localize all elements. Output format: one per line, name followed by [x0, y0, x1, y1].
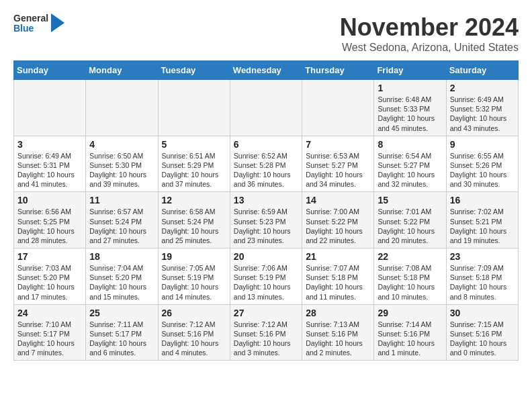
day-info: Sunrise: 7:12 AM Sunset: 5:16 PM Dayligh…: [234, 320, 298, 358]
day-number: 27: [234, 308, 298, 318]
day-number: 6: [234, 139, 298, 150]
logo: General Blue: [13, 13, 64, 34]
calendar-cell: 10Sunrise: 6:56 AM Sunset: 5:25 PM Dayli…: [14, 192, 86, 248]
header-day-monday: Monday: [86, 61, 158, 80]
day-number: 12: [162, 195, 226, 205]
calendar-header: SundayMondayTuesdayWednesdayThursdayFrid…: [14, 61, 519, 80]
week-row-1: 3Sunrise: 6:49 AM Sunset: 5:31 PM Daylig…: [14, 136, 519, 192]
day-info: Sunrise: 7:15 AM Sunset: 5:16 PM Dayligh…: [450, 320, 515, 358]
day-number: 11: [89, 195, 154, 205]
day-info: Sunrise: 6:56 AM Sunset: 5:25 PM Dayligh…: [17, 207, 82, 245]
day-number: 30: [450, 308, 515, 318]
calendar-cell: 14Sunrise: 7:00 AM Sunset: 5:22 PM Dayli…: [302, 192, 374, 248]
calendar-cell: 3Sunrise: 6:49 AM Sunset: 5:31 PM Daylig…: [14, 136, 86, 192]
calendar-cell: 2Sunrise: 6:49 AM Sunset: 5:32 PM Daylig…: [446, 80, 518, 136]
day-info: Sunrise: 6:53 AM Sunset: 5:27 PM Dayligh…: [306, 151, 370, 189]
day-number: 14: [306, 195, 370, 205]
day-info: Sunrise: 7:07 AM Sunset: 5:18 PM Dayligh…: [306, 263, 370, 302]
calendar-cell: 27Sunrise: 7:12 AM Sunset: 5:16 PM Dayli…: [230, 304, 302, 361]
day-info: Sunrise: 7:08 AM Sunset: 5:18 PM Dayligh…: [378, 263, 442, 302]
week-row-3: 17Sunrise: 7:03 AM Sunset: 5:20 PM Dayli…: [14, 248, 519, 305]
day-number: 10: [17, 195, 82, 205]
logo-blue: Blue: [13, 24, 48, 34]
day-info: Sunrise: 6:57 AM Sunset: 5:24 PM Dayligh…: [89, 207, 154, 245]
header-row: SundayMondayTuesdayWednesdayThursdayFrid…: [14, 61, 519, 80]
calendar-cell: 11Sunrise: 6:57 AM Sunset: 5:24 PM Dayli…: [86, 192, 158, 248]
calendar-cell: 20Sunrise: 7:06 AM Sunset: 5:19 PM Dayli…: [230, 248, 302, 305]
day-info: Sunrise: 7:14 AM Sunset: 5:16 PM Dayligh…: [378, 320, 442, 358]
day-info: Sunrise: 6:55 AM Sunset: 5:26 PM Dayligh…: [450, 151, 515, 189]
header-day-tuesday: Tuesday: [158, 61, 230, 80]
calendar-cell: 28Sunrise: 7:13 AM Sunset: 5:16 PM Dayli…: [302, 304, 374, 361]
calendar-cell: 21Sunrise: 7:07 AM Sunset: 5:18 PM Dayli…: [302, 248, 374, 305]
header-day-friday: Friday: [374, 61, 446, 80]
calendar-cell: 17Sunrise: 7:03 AM Sunset: 5:20 PM Dayli…: [14, 248, 86, 305]
day-number: 19: [162, 251, 226, 262]
calendar-cell: 12Sunrise: 6:58 AM Sunset: 5:24 PM Dayli…: [158, 192, 230, 248]
header-day-saturday: Saturday: [446, 61, 518, 80]
day-number: 13: [234, 195, 298, 205]
day-number: 23: [450, 251, 515, 262]
calendar-table: SundayMondayTuesdayWednesdayThursdayFrid…: [13, 60, 519, 361]
day-info: Sunrise: 7:03 AM Sunset: 5:20 PM Dayligh…: [17, 263, 82, 302]
day-info: Sunrise: 6:49 AM Sunset: 5:31 PM Dayligh…: [17, 151, 82, 189]
day-number: 25: [89, 308, 154, 318]
calendar-cell: 25Sunrise: 7:11 AM Sunset: 5:17 PM Dayli…: [86, 304, 158, 361]
calendar-cell: 18Sunrise: 7:04 AM Sunset: 5:20 PM Dayli…: [86, 248, 158, 305]
day-number: 28: [306, 308, 370, 318]
day-info: Sunrise: 6:49 AM Sunset: 5:32 PM Dayligh…: [450, 95, 515, 133]
calendar-cell: 15Sunrise: 7:01 AM Sunset: 5:22 PM Dayli…: [374, 192, 446, 248]
day-number: 26: [162, 308, 226, 318]
week-row-2: 10Sunrise: 6:56 AM Sunset: 5:25 PM Dayli…: [14, 192, 519, 248]
day-info: Sunrise: 6:48 AM Sunset: 5:33 PM Dayligh…: [378, 95, 442, 133]
day-info: Sunrise: 7:01 AM Sunset: 5:22 PM Dayligh…: [378, 207, 442, 245]
logo-general: General: [13, 13, 48, 24]
day-number: 9: [450, 139, 515, 150]
day-number: 15: [378, 195, 442, 205]
day-number: 24: [17, 308, 82, 318]
header-day-thursday: Thursday: [302, 61, 374, 80]
day-info: Sunrise: 7:10 AM Sunset: 5:17 PM Dayligh…: [17, 320, 82, 358]
day-number: 8: [378, 139, 442, 150]
header-day-sunday: Sunday: [14, 61, 86, 80]
calendar-cell: [86, 80, 158, 136]
calendar-cell: [158, 80, 230, 136]
calendar-cell: 4Sunrise: 6:50 AM Sunset: 5:30 PM Daylig…: [86, 136, 158, 192]
calendar-cell: 30Sunrise: 7:15 AM Sunset: 5:16 PM Dayli…: [446, 304, 518, 361]
calendar-cell: 29Sunrise: 7:14 AM Sunset: 5:16 PM Dayli…: [374, 304, 446, 361]
day-info: Sunrise: 7:13 AM Sunset: 5:16 PM Dayligh…: [306, 320, 370, 358]
logo-text: General Blue: [13, 13, 48, 34]
day-info: Sunrise: 7:11 AM Sunset: 5:17 PM Dayligh…: [89, 320, 154, 358]
calendar-cell: [230, 80, 302, 136]
day-info: Sunrise: 7:04 AM Sunset: 5:20 PM Dayligh…: [89, 263, 154, 302]
header: General Blue November 2024 West Sedona, …: [13, 13, 519, 54]
week-row-0: 1Sunrise: 6:48 AM Sunset: 5:33 PM Daylig…: [14, 80, 519, 136]
calendar-cell: 16Sunrise: 7:02 AM Sunset: 5:21 PM Dayli…: [446, 192, 518, 248]
logo-arrow-icon: [51, 13, 64, 32]
day-number: 17: [17, 251, 82, 262]
day-number: 21: [306, 251, 370, 262]
day-info: Sunrise: 7:00 AM Sunset: 5:22 PM Dayligh…: [306, 207, 370, 245]
day-info: Sunrise: 7:12 AM Sunset: 5:16 PM Dayligh…: [162, 320, 226, 358]
calendar-cell: 19Sunrise: 7:05 AM Sunset: 5:19 PM Dayli…: [158, 248, 230, 305]
day-info: Sunrise: 6:59 AM Sunset: 5:23 PM Dayligh…: [234, 207, 298, 245]
day-info: Sunrise: 7:09 AM Sunset: 5:18 PM Dayligh…: [450, 263, 515, 302]
calendar-cell: [302, 80, 374, 136]
day-info: Sunrise: 6:50 AM Sunset: 5:30 PM Dayligh…: [89, 151, 154, 189]
calendar-cell: 24Sunrise: 7:10 AM Sunset: 5:17 PM Dayli…: [14, 304, 86, 361]
day-number: 18: [89, 251, 154, 262]
calendar-cell: 6Sunrise: 6:52 AM Sunset: 5:28 PM Daylig…: [230, 136, 302, 192]
day-number: 7: [306, 139, 370, 150]
day-info: Sunrise: 6:54 AM Sunset: 5:27 PM Dayligh…: [378, 151, 442, 189]
day-number: 3: [17, 139, 82, 150]
day-number: 20: [234, 251, 298, 262]
day-info: Sunrise: 6:58 AM Sunset: 5:24 PM Dayligh…: [162, 207, 226, 245]
title-area: November 2024 West Sedona, Arizona, Unit…: [340, 13, 519, 54]
day-info: Sunrise: 7:02 AM Sunset: 5:21 PM Dayligh…: [450, 207, 515, 245]
day-number: 5: [162, 139, 226, 150]
month-title: November 2024: [340, 13, 519, 42]
calendar-cell: 26Sunrise: 7:12 AM Sunset: 5:16 PM Dayli…: [158, 304, 230, 361]
day-number: 4: [89, 139, 154, 150]
calendar-cell: 22Sunrise: 7:08 AM Sunset: 5:18 PM Dayli…: [374, 248, 446, 305]
day-number: 22: [378, 251, 442, 262]
